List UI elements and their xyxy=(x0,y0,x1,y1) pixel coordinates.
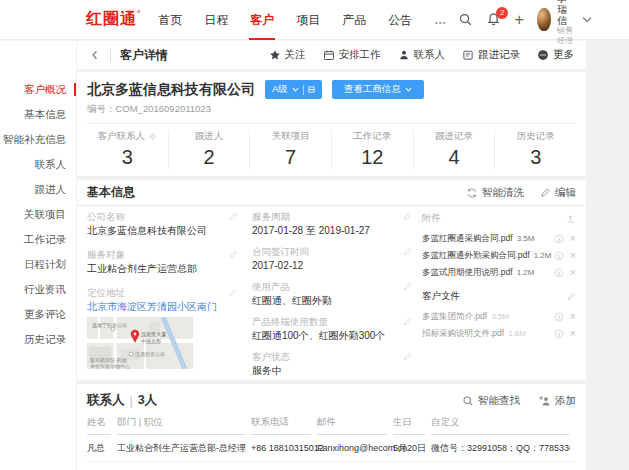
close-icon[interactable]: × xyxy=(570,267,576,278)
search-icon[interactable] xyxy=(458,12,473,27)
nav-item-announcement[interactable]: 公告 xyxy=(377,0,423,40)
bell-icon[interactable]: 2 xyxy=(486,12,501,27)
stat-followers[interactable]: 跟进人 2 xyxy=(168,130,250,169)
pencil-icon[interactable] xyxy=(229,250,238,259)
close-icon[interactable]: × xyxy=(570,250,576,261)
app-logo[interactable]: 红圈通° xyxy=(86,9,141,30)
sidebar-item-schedule-plan[interactable]: 日程计划 xyxy=(0,252,76,277)
edit-button[interactable]: 编辑 xyxy=(540,186,576,200)
schedule-work-button[interactable]: 安排工作 xyxy=(323,48,381,62)
close-icon[interactable]: × xyxy=(570,233,576,244)
download-icon[interactable] xyxy=(554,251,564,261)
add-contact-button[interactable]: 添加 xyxy=(538,394,576,408)
contacts-count: 3人 xyxy=(138,392,157,409)
sidebar-item-basic-info[interactable]: 基本信息 xyxy=(0,102,76,127)
stat-history-records[interactable]: 历史记录 3 xyxy=(494,130,576,169)
contacts-card: 联系人 | 3人 智能查找 添加 姓名 部门 | 职位 联系电话 邮件 生日 xyxy=(77,384,586,470)
table-row[interactable]: Jessica 工业粘合剂生产运营总部 - 高级分析师 +86 15928295… xyxy=(87,462,576,470)
nav-more-button[interactable]: … xyxy=(423,0,458,40)
search-icon xyxy=(462,395,474,407)
badge-divider xyxy=(303,85,304,95)
pencil-icon[interactable] xyxy=(229,288,238,297)
grade-badge[interactable]: A级 xyxy=(265,80,322,99)
pencil-icon[interactable] xyxy=(229,212,238,221)
customer-file-row: 招标采购说明文件.pdf 1.6M × xyxy=(422,325,576,342)
smart-search-button[interactable]: 智能查找 xyxy=(462,394,520,408)
clean-icon xyxy=(466,187,478,199)
pencil-icon[interactable] xyxy=(403,317,412,326)
contacts-title: 联系人 xyxy=(87,392,125,409)
file-size: 3.5M xyxy=(517,234,535,243)
upload-icon[interactable] xyxy=(565,213,576,224)
stat-followup-records[interactable]: 跟进记录 4 xyxy=(413,130,495,169)
download-icon[interactable] xyxy=(554,329,564,339)
pencil-icon xyxy=(540,187,551,198)
download-icon[interactable] xyxy=(554,312,564,322)
more-circle-icon xyxy=(537,49,549,61)
table-row[interactable]: 凡总 工业粘合剂生产运营总部-总经理 +86 18810315012 Fanxi… xyxy=(87,435,576,462)
pencil-icon[interactable] xyxy=(403,282,412,291)
download-icon[interactable] xyxy=(554,268,564,278)
sidebar-item-work-records[interactable]: 工作记录 xyxy=(0,227,76,252)
smart-clean-button[interactable]: 智能清洗 xyxy=(466,186,524,200)
left-sidebar: 客户概况 基本信息 智能补充信息 联系人 跟进人 关联项目 工作记录 日程计划 … xyxy=(0,41,76,470)
pencil-icon[interactable] xyxy=(567,292,576,301)
map-preview[interactable]: 盛康宁投资公司 汉南亚大厦 中国总部 汉鼎投资公司 复旦药学院-药物 评价实验动… xyxy=(87,317,193,369)
attachments-col: 附件 多蓝红圈通采购合同.pdf 3.5M × 多蓝红圈通外勤采购合同.pdf … xyxy=(422,211,576,377)
page-title: 客户详情 xyxy=(120,47,168,64)
nav-item-home[interactable]: 首页 xyxy=(147,0,193,40)
contacts-button[interactable]: 联系人 xyxy=(398,48,446,62)
sidebar-item-customer-overview[interactable]: 客户概况 xyxy=(0,77,76,102)
download-icon[interactable] xyxy=(554,234,564,244)
avatar[interactable] xyxy=(537,8,551,31)
company-summary-card: 北京多蓝信息科技有限公司 A级 查看工商信息 编号：COM_2016092011… xyxy=(77,72,586,176)
close-icon[interactable]: × xyxy=(570,328,576,339)
sidebar-item-related-projects[interactable]: 关联项目 xyxy=(0,202,76,227)
stat-work-records[interactable]: 工作记录 12 xyxy=(331,130,413,169)
sidebar-item-industry-news[interactable]: 行业资讯 xyxy=(0,277,76,302)
back-button[interactable] xyxy=(89,49,101,61)
business-info-button[interactable]: 查看工商信息 xyxy=(332,80,424,99)
add-new-button[interactable]: + xyxy=(514,12,524,28)
cell-birthday: 5月20日 xyxy=(393,442,425,455)
pencil-icon[interactable] xyxy=(403,247,412,256)
sidebar-item-history-records[interactable]: 历史记录 xyxy=(0,327,76,352)
nav-item-project[interactable]: 项目 xyxy=(285,0,331,40)
main-area: 客户详情 关注 安排工作 联系人 跟进记录 更多 xyxy=(77,41,629,470)
file-name[interactable]: 招标采购说明文件.pdf xyxy=(422,328,504,340)
file-name[interactable]: 多蓝试用期使用说明.pdf xyxy=(422,267,513,279)
user-menu[interactable]: 李瑞信 销售经理 xyxy=(537,0,592,46)
col-email: 邮件 xyxy=(317,416,387,435)
nav-item-schedule[interactable]: 日程 xyxy=(193,0,239,40)
nav-item-customer[interactable]: 客户 xyxy=(239,0,285,40)
person-icon xyxy=(398,49,410,61)
file-name[interactable]: 多蓝红圈通采购合同.pdf xyxy=(422,233,513,245)
cell-department: 工业粘合剂生产运营总部-总经理 xyxy=(117,442,245,455)
title-divider xyxy=(110,49,111,62)
col-phone: 联系电话 xyxy=(251,416,311,435)
sidebar-item-follower[interactable]: 跟进人 xyxy=(0,177,76,202)
address-link[interactable]: 北京市海淀区芳清园小区南门 xyxy=(87,301,252,313)
file-name[interactable]: 多蓝红圈通外勤采购合同.pdf xyxy=(422,250,530,262)
more-actions-button[interactable]: 更多 xyxy=(537,48,574,62)
pencil-icon[interactable] xyxy=(403,352,412,361)
chevron-down-icon[interactable] xyxy=(582,16,592,23)
file-size: 1.2M xyxy=(517,268,535,277)
caret-down-icon xyxy=(405,87,412,92)
nav-item-product[interactable]: 产品 xyxy=(331,0,377,40)
sidebar-item-smart-supplement[interactable]: 智能补充信息 xyxy=(0,127,76,152)
field-service-object: 服务对象 工业粘合剂生产运营总部 xyxy=(87,249,252,275)
svg-text:评价实验动物中心: 评价实验动物中心 xyxy=(90,363,130,369)
file-size: 1.6M xyxy=(508,329,526,338)
pencil-icon[interactable] xyxy=(403,212,412,221)
sidebar-item-contacts[interactable]: 联系人 xyxy=(0,152,76,177)
followup-records-button[interactable]: 跟进记录 xyxy=(462,48,520,62)
close-icon[interactable]: × xyxy=(570,311,576,322)
file-name[interactable]: 多蓝集团简介.pdf xyxy=(422,311,487,323)
contacts-table: 姓名 部门 | 职位 联系电话 邮件 生日 自定义 凡总 工业粘合剂生产运营总部… xyxy=(77,415,586,470)
gear-icon[interactable] xyxy=(148,132,157,141)
follow-button[interactable]: 关注 xyxy=(269,48,306,62)
stat-customer-contacts[interactable]: 客户联系人 3 xyxy=(87,130,168,169)
sidebar-item-more-comments[interactable]: 更多评论 xyxy=(0,302,76,327)
stat-related-projects[interactable]: 关联项目 7 xyxy=(249,130,331,169)
